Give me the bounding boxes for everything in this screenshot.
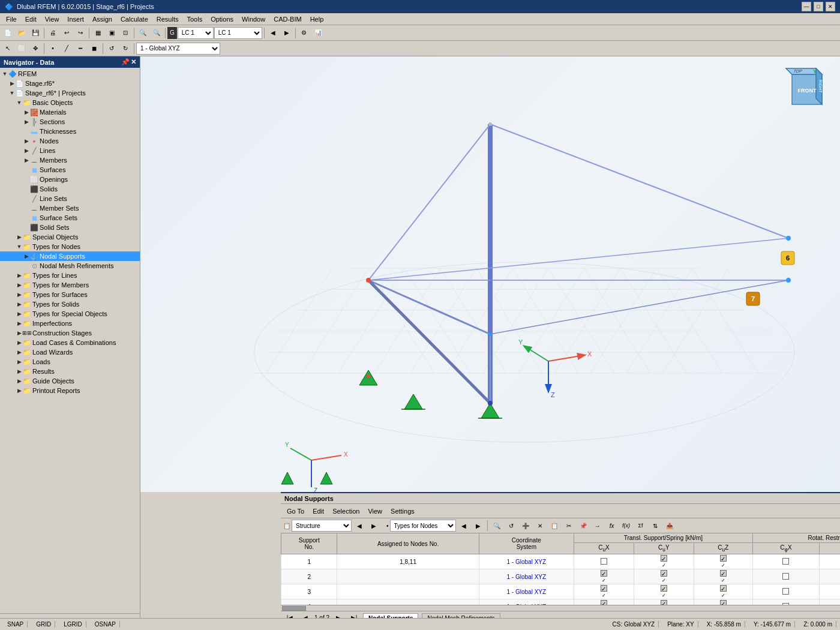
h-scrollbar[interactable] xyxy=(281,605,840,611)
tree-item-stage-proj[interactable]: ▼ 📄 Stage_rf6* | Projects xyxy=(0,88,140,98)
menu-options[interactable]: Options xyxy=(207,14,237,24)
expand-nodes[interactable]: ▶ xyxy=(23,137,30,145)
cell-cuz[interactable]: ✓ xyxy=(694,584,752,599)
bt-menu-selection[interactable]: Selection xyxy=(329,506,363,516)
tb-navigate-prev[interactable]: ◀ xyxy=(266,26,280,40)
menu-insert[interactable]: Insert xyxy=(64,14,88,24)
sort-btn[interactable]: ⇅ xyxy=(649,519,662,532)
tree-item-openings[interactable]: ⬜ Openings xyxy=(0,175,140,184)
expand-types-surfaces[interactable]: ▶ xyxy=(16,291,23,298)
expand-types-solids[interactable]: ▶ xyxy=(16,301,23,308)
tree-item-types-nodes[interactable]: ▼ 📁 Types for Nodes xyxy=(0,242,140,251)
checkbox[interactable]: ✓ xyxy=(661,555,667,562)
cell-cuy[interactable]: ✓ xyxy=(634,554,694,569)
checkbox[interactable] xyxy=(601,558,607,565)
viewport-3d[interactable]: 6 7 X Y Z xyxy=(140,56,840,492)
nav-pin-btn[interactable]: 📌 xyxy=(121,58,130,66)
checkbox[interactable] xyxy=(782,573,789,580)
minimize-button[interactable]: — xyxy=(802,2,811,11)
cell-cpy[interactable] xyxy=(820,554,840,569)
h-scrollbar-thumb[interactable] xyxy=(282,606,306,611)
bt-menu-go-to[interactable]: Go To xyxy=(283,506,308,516)
expand-lines[interactable]: ▶ xyxy=(23,147,30,154)
checkbox[interactable]: ✓ xyxy=(661,585,667,592)
tree-item-types-members[interactable]: ▶ 📁 Types for Members xyxy=(0,280,140,290)
menu-cad-bim[interactable]: CAD-BIM xyxy=(270,14,305,24)
tb-open[interactable]: 📂 xyxy=(15,26,28,40)
lc-select-1[interactable]: LC 1 xyxy=(178,27,214,39)
expand-rfem[interactable]: ▼ xyxy=(1,70,8,77)
cell-cuy[interactable]: ✓ xyxy=(634,599,694,605)
expand-types-special[interactable]: ▶ xyxy=(16,310,23,317)
expand-nodal-supports[interactable]: ▶ xyxy=(23,253,30,260)
tree-item-imperfections[interactable]: ▶ 📁 Imperfections xyxy=(0,319,140,328)
expand-load-wizards[interactable]: ▶ xyxy=(16,349,23,356)
expand-printout[interactable]: ▶ xyxy=(16,387,23,394)
filter-btn[interactable]: 🔍 xyxy=(490,519,503,532)
tb-redo[interactable]: ↪ xyxy=(74,26,87,40)
tb-node[interactable]: • xyxy=(46,42,59,55)
maximize-button[interactable]: □ xyxy=(814,2,823,11)
menu-file[interactable]: File xyxy=(2,14,20,24)
tree-item-stage[interactable]: ▶ 📄 Stage.rf6* xyxy=(0,79,140,88)
tree-item-load-cases[interactable]: ▶ 📁 Load Cases & Combinations xyxy=(0,338,140,347)
expand-line-sets[interactable] xyxy=(23,195,30,202)
tb-move[interactable]: ✥ xyxy=(29,42,42,55)
tree-item-sections[interactable]: ▶ ╠ Sections xyxy=(0,117,140,127)
go-to-btn[interactable]: → xyxy=(591,519,604,532)
checkbox[interactable]: ✓ xyxy=(720,555,727,562)
cell-cuy[interactable]: ✓ xyxy=(634,569,694,584)
expand-types-members[interactable]: ▶ xyxy=(16,281,23,289)
expand-imperfections[interactable]: ▶ xyxy=(16,320,23,327)
cell-cpx[interactable] xyxy=(752,584,819,599)
tree-item-solid-sets[interactable]: ⬛ Solid Sets xyxy=(0,223,140,232)
expand-stage-proj[interactable]: ▼ xyxy=(8,89,16,97)
lc-select-2[interactable]: LC 1 xyxy=(214,27,262,39)
cell-cux[interactable]: ✓ xyxy=(574,569,634,584)
checkbox[interactable]: ✓ xyxy=(661,570,667,577)
tree-item-types-lines[interactable]: ▶ 📁 Types for Lines xyxy=(0,271,140,280)
table-row[interactable]: 4 1 - Global XYZ ✓ ✓ ✓ xyxy=(281,599,841,605)
tree-item-members[interactable]: ▶ ⚊ Members xyxy=(0,155,140,165)
expand-surface-sets[interactable] xyxy=(23,214,30,221)
table-row[interactable]: 1 1,8,11 1 - Global XYZ ✓ ✓ xyxy=(281,554,841,569)
cell-cuz[interactable]: ✓ xyxy=(694,599,752,605)
cell-cpx[interactable] xyxy=(752,569,819,584)
cell-cpy[interactable] xyxy=(820,569,840,584)
menu-view[interactable]: View xyxy=(41,14,63,24)
cell-cpy[interactable] xyxy=(820,584,840,599)
menu-results[interactable]: Results xyxy=(153,14,182,24)
tb-surface[interactable]: ◼ xyxy=(88,42,101,55)
tree-item-surface-sets[interactable]: ◼ Surface Sets xyxy=(0,213,140,223)
bt-menu-settings[interactable]: Settings xyxy=(387,506,418,516)
cell-cuz[interactable]: ✓ xyxy=(694,569,752,584)
tb-line[interactable]: ╱ xyxy=(60,42,73,55)
menu-assign[interactable]: Assign xyxy=(89,14,116,24)
expand-solids[interactable] xyxy=(23,185,30,193)
cell-cuz[interactable]: ✓ xyxy=(694,554,752,569)
export-btn[interactable]: 📤 xyxy=(663,519,676,532)
tb-cursor[interactable]: ↖ xyxy=(1,42,14,55)
tb-zoom-in[interactable]: 🔍 xyxy=(136,26,149,40)
cut-btn[interactable]: ✂ xyxy=(562,519,575,532)
lgrid-status[interactable]: LGRID xyxy=(60,621,86,628)
expand-basic[interactable]: ▼ xyxy=(16,99,23,106)
expand-surfaces[interactable] xyxy=(23,166,30,173)
tb-view1[interactable]: ▦ xyxy=(91,26,104,40)
close-button[interactable]: ✕ xyxy=(826,2,835,11)
cell-cux[interactable] xyxy=(574,554,634,569)
tree-item-rfem[interactable]: ▼ 🔷 RFEM xyxy=(0,69,140,79)
expand-thicknesses[interactable] xyxy=(23,128,30,135)
tb-new[interactable]: 📄 xyxy=(1,26,14,40)
tb-rotate-y[interactable]: ↻ xyxy=(119,42,132,55)
types-prev[interactable]: ◀ xyxy=(457,519,470,532)
table-row[interactable]: 2 1 - Global XYZ ✓ ✓ ✓ ✓ xyxy=(281,569,841,584)
cell-cpy[interactable] xyxy=(820,599,840,605)
refresh-btn[interactable]: ↺ xyxy=(505,519,518,532)
checkbox[interactable] xyxy=(782,558,789,565)
expand-special[interactable]: ▶ xyxy=(16,233,23,241)
cell-cux[interactable]: ✓ xyxy=(574,584,634,599)
expand-types-nodes[interactable]: ▼ xyxy=(16,243,23,250)
cell-cpx[interactable] xyxy=(752,554,819,569)
tree-item-loads[interactable]: ▶ 📁 Loads xyxy=(0,357,140,367)
